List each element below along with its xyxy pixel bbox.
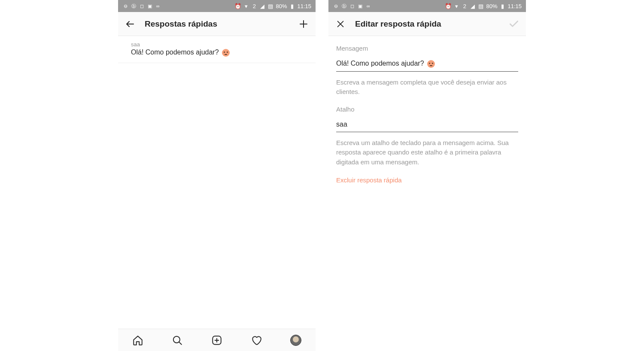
status-left-icons: ⊖ ⓑ ◻ ▣ ∞ [333, 3, 371, 9]
nav-profile[interactable] [290, 334, 302, 346]
square-icon: ◻ [349, 3, 355, 9]
face-emoji-icon [222, 49, 230, 57]
bottom-nav [118, 329, 316, 351]
battery-percent: 80% [486, 3, 497, 9]
app-header: Respostas rápidas [118, 12, 316, 36]
nav-search[interactable] [171, 334, 183, 346]
clock-time: 11:15 [507, 3, 522, 9]
circle-b-icon: ⓑ [131, 3, 137, 9]
face-emoji-icon [427, 60, 435, 68]
battery-icon: ▮ [289, 3, 295, 9]
status-bar: ⊖ ⓑ ◻ ▣ ∞ ⏰ ▾ 2 ◢ ▨ 80% ▮ 11:15 [328, 0, 526, 12]
square-icon: ◻ [139, 3, 145, 9]
battery-icon: ▮ [499, 3, 505, 9]
message-input[interactable]: Olá! Como podemos ajudar? [336, 58, 518, 72]
status-bar: ⊖ ⓑ ◻ ▣ ∞ ⏰ ▾ 2 ◢ ▨ 80% ▮ 11:15 [118, 0, 316, 12]
status-right-icons: ⏰ ▾ 2 ◢ ▨ 80% ▮ 11:15 [235, 3, 311, 9]
status-right-icons: ⏰ ▾ 2 ◢ ▨ 80% ▮ 11:15 [445, 3, 522, 9]
alarm-icon: ⏰ [235, 3, 241, 9]
clock-time: 11:15 [297, 3, 311, 9]
minus-circle-icon: ⊖ [333, 3, 339, 9]
infinity-icon: ∞ [365, 3, 371, 9]
add-post-icon [211, 335, 222, 346]
wifi-icon: ▾ [243, 3, 249, 9]
arrow-left-icon [125, 19, 135, 29]
phone-screen-edit: ⊖ ⓑ ◻ ▣ ∞ ⏰ ▾ 2 ◢ ▨ 80% ▮ 11:15 Editar r… [328, 0, 526, 351]
search-icon [172, 335, 183, 346]
delete-reply-link[interactable]: Excluir resposta rápida [336, 176, 518, 184]
plus-icon [298, 19, 309, 29]
add-button[interactable] [298, 18, 310, 30]
close-button[interactable] [334, 18, 346, 30]
signal-icon: ◢ [259, 3, 265, 9]
bag-icon: ▣ [357, 3, 363, 9]
signal-icon: ◢ [470, 3, 476, 9]
shortcut-hint: Escreva um atalho de teclado para a mens… [336, 138, 518, 167]
reply-list: saa Olá! Como podemos ajudar? [118, 36, 316, 329]
shortcut-label: Atalho [336, 106, 518, 113]
nav-add-post[interactable] [211, 334, 223, 346]
reply-shortcut-label: saa [131, 41, 303, 48]
back-button[interactable] [124, 18, 136, 30]
nav-home[interactable] [132, 334, 144, 346]
phone-screen-list: ⊖ ⓑ ◻ ▣ ∞ ⏰ ▾ 2 ◢ ▨ 80% ▮ 11:15 Resposta… [118, 0, 316, 351]
battery-percent: 80% [276, 3, 287, 9]
reply-item[interactable]: saa Olá! Como podemos ajudar? [118, 36, 316, 63]
home-icon [132, 335, 143, 346]
page-title: Editar resposta rápida [355, 19, 508, 29]
page-title: Respostas rápidas [145, 19, 298, 29]
signal-box-icon: ▨ [478, 3, 484, 9]
wifi-icon: ▾ [453, 3, 459, 9]
bag-icon: ▣ [147, 3, 153, 9]
nav-activity[interactable] [250, 334, 262, 346]
app-header: Editar resposta rápida [328, 12, 526, 36]
infinity-icon: ∞ [155, 3, 161, 9]
edit-form: Mensagem Olá! Como podemos ajudar? Escre… [328, 36, 526, 351]
close-icon [336, 19, 345, 29]
confirm-button[interactable] [508, 18, 520, 30]
minus-circle-icon: ⊖ [122, 3, 128, 9]
message-label: Mensagem [336, 45, 518, 52]
alarm-icon: ⏰ [445, 3, 451, 9]
sim-2-icon: 2 [462, 3, 468, 9]
sim-2-icon: 2 [251, 3, 257, 9]
heart-icon [251, 335, 262, 346]
circle-b-icon: ⓑ [341, 3, 347, 9]
avatar-icon [290, 335, 301, 346]
message-hint: Escreva a mensagem completa que você des… [336, 78, 518, 97]
signal-box-icon: ▨ [267, 3, 273, 9]
status-left-icons: ⊖ ⓑ ◻ ▣ ∞ [122, 3, 161, 9]
check-icon [508, 18, 519, 30]
shortcut-input[interactable] [336, 119, 518, 132]
reply-message-text: Olá! Como podemos ajudar? [131, 48, 303, 57]
